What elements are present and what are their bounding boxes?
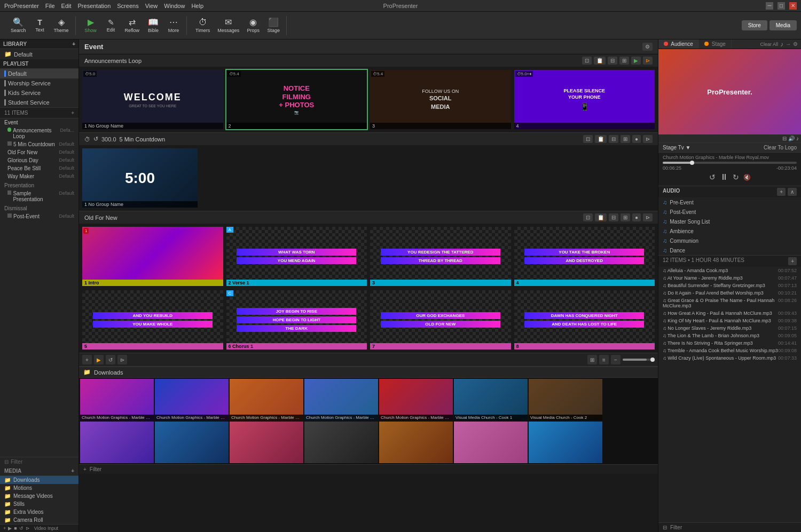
post-event-item[interactable]: Post-Event Default — [0, 212, 78, 220]
media-thumb-3[interactable]: Church Motion Graphics - Marble Fl... — [230, 379, 303, 420]
media-volume-btn[interactable]: 🔇 — [743, 174, 751, 181]
menu-file[interactable]: File — [45, 3, 55, 9]
menu-bar[interactable]: ProPresenter File Edit Presentation Scre… — [4, 3, 203, 9]
ofn-slide-1[interactable]: 1 1 Intro — [81, 226, 224, 287]
loop-icon[interactable]: ↺ — [19, 526, 23, 531]
edit-button[interactable]: ✎ Edit — [101, 17, 121, 35]
sample-presentation-item[interactable]: Sample Presentation Default — [0, 189, 78, 203]
audio-ambience[interactable]: ♫ Ambience — [658, 226, 801, 236]
audio-post-event[interactable]: ♫ Post-Event — [658, 207, 801, 217]
media-thumb-2[interactable]: Church Motion Graphics - Marble Fl... — [155, 379, 229, 420]
menu-presentation[interactable]: Presentation — [78, 3, 111, 9]
menu-help[interactable]: Help — [191, 3, 203, 9]
announcements-loop-item[interactable]: Announcements Loop Defa... — [0, 126, 78, 140]
peace-be-still-item[interactable]: Peace Be Still Default — [0, 164, 78, 172]
ofn-add-btn[interactable]: + — [82, 355, 92, 364]
ofn-grid-btn[interactable]: ⊞ — [587, 355, 597, 364]
playlist-item-10[interactable]: ♫ There Is No Striving - Rita Springer.m… — [658, 339, 801, 347]
media-add-icon[interactable]: + — [71, 468, 74, 474]
media-pause-btn[interactable]: ⏸ — [720, 172, 728, 182]
playlist-item-3[interactable]: ♫ Beautiful Surrender - Steffany Gretzin… — [658, 282, 801, 289]
media-thumb-5[interactable]: Church Motion Graphics - Marble Fl... — [379, 379, 453, 420]
media-refresh-btn[interactable]: ↻ — [733, 173, 739, 181]
countdown-item[interactable]: 5 Min Countdown Default — [0, 140, 78, 148]
media-thumb-10[interactable] — [230, 422, 303, 463]
playlist-kids-service[interactable]: Kids Service — [0, 88, 78, 98]
ofn-list-btn[interactable]: ≡ — [599, 355, 609, 364]
media-thumb-13[interactable] — [454, 422, 528, 463]
media-camera-roll-item[interactable]: 📁 Camera Roll — [0, 516, 78, 524]
media-progress-bar[interactable] — [663, 162, 797, 164]
way-maker-item[interactable]: Way Maker Default — [0, 172, 78, 180]
cd-forward-btn[interactable]: ⊳ — [643, 135, 653, 143]
media-thumb-1[interactable]: Church Motion Graphics - Marble Fl... — [80, 379, 154, 420]
thumbnail-icon[interactable]: ⊟ — [782, 136, 787, 141]
audio-add-btn[interactable]: + — [777, 188, 786, 196]
maximize-button[interactable]: □ — [778, 2, 785, 10]
ofn-zoom-thumb[interactable] — [650, 358, 655, 362]
playlist-item-11[interactable]: ♫ Tremble - Amanda Cook Bethel Music Wor… — [658, 347, 801, 354]
playlist-item-9[interactable]: ♫ The Lion & The Lamb - Brian Johnson.mp… — [658, 332, 801, 339]
ofn-minus-btn[interactable]: − — [611, 355, 621, 364]
store-button[interactable]: Store — [742, 20, 767, 30]
media-message-videos-item[interactable]: 📁 Message Videos — [0, 492, 78, 500]
menu-edit[interactable]: Edit — [61, 3, 72, 9]
minimize-button[interactable]: ─ — [766, 2, 773, 10]
ofn-slide-2[interactable]: WHAT WAS TORN YOU MEND AGAIN A 2 Verse 1 — [225, 226, 368, 287]
bible-button[interactable]: 📖 Bible — [144, 16, 163, 35]
glorious-day-item[interactable]: Glorious Day Default — [0, 156, 78, 164]
cd-play-btn[interactable]: ● — [632, 135, 641, 143]
stage-button[interactable]: ⬛ Stage — [264, 16, 283, 35]
vol-icon[interactable]: 🔊 — [788, 136, 795, 141]
media-thumb-11[interactable] — [304, 422, 378, 463]
text-button[interactable]: T Text — [30, 17, 50, 35]
ofn-forward-btn[interactable]: ⊳ — [643, 213, 653, 221]
search-button[interactable]: 🔍 Search — [7, 16, 29, 35]
playlist-student-service[interactable]: Student Service — [0, 98, 78, 107]
filter-bar[interactable]: ⊟ Filter — [0, 457, 78, 466]
section-btn3[interactable]: ⊟ — [608, 57, 617, 65]
media-thumb-8[interactable] — [80, 422, 154, 463]
ofn-slide-4[interactable]: YOU TAKE THE BROKEN AND DESTROYED 4 — [513, 226, 656, 287]
theme-button[interactable]: ◈ Theme — [51, 16, 72, 35]
audience-tab[interactable]: Audience — [658, 39, 699, 49]
audio-pre-event[interactable]: ♫ Pre-Event — [658, 197, 801, 207]
media-motions-item[interactable]: 📁 Motions — [0, 484, 78, 492]
ofn-slide-8[interactable]: DAWN HAS CONQUERED NIGHT AND DEATH HAS L… — [513, 289, 656, 351]
filter-right-icon[interactable]: ⊟ — [663, 525, 667, 530]
playlist-default[interactable]: Default — [0, 69, 78, 78]
playlist-item-5[interactable]: ♫ Great Grace & O Praise The Name - Paul… — [658, 297, 801, 309]
stage-tab[interactable]: Stage — [699, 39, 732, 49]
more-button[interactable]: ⋯ More — [164, 16, 183, 35]
stage-tv-label[interactable]: Stage Tv ▼ — [663, 145, 691, 150]
slide-2[interactable]: NOTICEFILMING+ PHOTOS 📷 ⏱5.4 2 — [225, 69, 368, 130]
countdown-slide-1[interactable]: 5:00 1 No Group Name — [81, 147, 199, 209]
audio-dance[interactable]: ♫ Dance — [658, 245, 801, 255]
playlist-item-2[interactable]: ♫ At Your Name - Jeremy Riddle.mp3 00:07… — [658, 274, 801, 282]
settings-icon2[interactable]: ⚙ — [793, 41, 798, 47]
slide-4[interactable]: PLEASE SILENCEYOUR PHONE 📱 ⏱5.0+♦ 4 — [513, 69, 656, 130]
window-controls[interactable]: ─ □ ✕ — [766, 2, 797, 10]
slide-1[interactable]: WELCOME GREAT TO SEE YOU HERE ⏱5.0 1 No … — [81, 69, 224, 130]
section-play-btn[interactable]: ▶ — [631, 57, 641, 65]
playlist-item-8[interactable]: ♫ No Longer Slaves - Jeremy Riddle.mp3 0… — [658, 324, 801, 332]
menu-screens[interactable]: Screens — [117, 3, 138, 9]
menu-window[interactable]: Window — [164, 3, 185, 9]
section-btn4[interactable]: ⊞ — [619, 57, 629, 65]
ofn-loop-btn[interactable]: ↺ — [106, 355, 115, 364]
add-item-icon[interactable]: + — [71, 110, 74, 116]
add-media-icon[interactable]: + — [3, 526, 6, 531]
media-add-bottom-icon[interactable]: + — [83, 466, 87, 472]
old-for-new-item[interactable]: Old For New Default — [0, 148, 78, 156]
media-downloads-item[interactable]: 📁 Downloads — [0, 476, 78, 484]
media-thumb-9[interactable] — [155, 422, 229, 463]
playlist-worship-service[interactable]: Worship Service — [0, 78, 78, 88]
timers-button[interactable]: ⏱ Timers — [192, 16, 213, 35]
event-settings-button[interactable]: ⚙ — [642, 43, 653, 51]
ofn-btn3[interactable]: ⊟ — [609, 213, 618, 221]
cd-btn2[interactable]: 📋 — [595, 135, 607, 143]
show-button[interactable]: ▶ Show — [81, 16, 100, 35]
ofn-slide-6[interactable]: JOY BEGIN TO RISE HOPE BEGIN TO LIGHT TH… — [225, 289, 368, 351]
media-extra-videos-item[interactable]: 📁 Extra Videos — [0, 508, 78, 516]
ofn-slide-5[interactable]: AND YOU REBUILD YOU MAKE WHOLE 5 — [81, 289, 224, 351]
